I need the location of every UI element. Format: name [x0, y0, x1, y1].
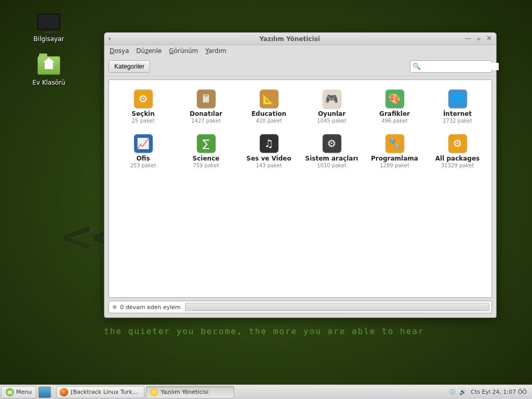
category-icon: ⚙ [134, 89, 153, 108]
category-icon: 🌐 [448, 89, 467, 108]
category-name: Science [176, 155, 236, 162]
category-count: 253 paket [113, 163, 173, 168]
statusbar: ✲ 0 devam eden eylem [109, 301, 492, 313]
category-count: 496 paket [365, 118, 424, 124]
category-name: Programlama [365, 155, 424, 162]
minimize-button[interactable]: — [464, 34, 471, 44]
gear-icon: ✲ [109, 304, 120, 311]
category-count: 2732 paket [428, 118, 487, 124]
titlebar[interactable]: ▾ Yazılım Yöneticisi — ＋ ✕ [104, 33, 496, 45]
volume-icon[interactable]: 🔊 [459, 389, 467, 395]
category-item[interactable]: 🎮Oyunlar1045 paket [302, 89, 362, 124]
info-icon[interactable]: ⓘ [449, 388, 455, 396]
progress-bar [185, 303, 489, 311]
category-item[interactable]: ⚙All packages31329 paket [428, 134, 487, 168]
category-icon: ∑ [197, 134, 216, 153]
software-manager-icon [150, 388, 158, 396]
menu-view[interactable]: Görünüm [169, 47, 198, 55]
category-count: 25 paket [113, 118, 173, 124]
desktop-icon-computer[interactable]: Bilgisayar [26, 10, 72, 43]
category-name: Education [239, 110, 299, 117]
category-item[interactable]: 📐Education420 paket [239, 89, 299, 124]
categories-button[interactable]: Kategoriler [109, 60, 150, 73]
taskbar-item-label: Yazılım Yöneticisi [161, 389, 208, 395]
category-count: 143 paket [239, 163, 299, 168]
category-name: Seçkin [113, 110, 173, 117]
category-count: 1289 paket [365, 163, 424, 168]
software-manager-window: ▾ Yazılım Yöneticisi — ＋ ✕ Dosya Düzenle… [104, 32, 497, 318]
category-name: Grafikler [365, 110, 424, 117]
category-count: 31329 paket [428, 163, 487, 168]
search-box[interactable]: 🔍 [410, 60, 492, 73]
search-icon: 🔍 [413, 62, 421, 70]
category-name: Sistem araçları [302, 155, 362, 162]
clock[interactable]: Cts Eyl 24, 1:07 ÖÖ [471, 389, 527, 395]
status-text: 0 devam eden eylem [120, 304, 184, 311]
category-name: All packages [428, 155, 487, 162]
category-icon: ⚙ [323, 134, 341, 153]
category-name: Oyunlar [302, 110, 362, 117]
toolbar: Kategoriler 🔍 [104, 57, 496, 76]
bottom-panel: m Menu [Backtrack Linux Turk... Yazılım … [0, 384, 532, 399]
category-icon: 📐 [260, 89, 278, 108]
show-desktop-button[interactable] [38, 387, 51, 398]
category-name: İnternet [428, 110, 487, 117]
category-item[interactable]: 📈Ofis253 paket [113, 134, 173, 168]
category-icon: 🔧 [385, 134, 404, 153]
category-name: Ses ve Video [239, 155, 299, 162]
search-input[interactable] [421, 63, 499, 70]
window-title: Yazılım Yöneticisi [115, 35, 464, 43]
category-item[interactable]: 🌐İnternet2732 paket [428, 89, 487, 124]
system-tray: ⓘ 🔊 Cts Eyl 24, 1:07 ÖÖ [444, 388, 532, 396]
category-list: ⚙Seçkin25 paket🖩Donatılar1427 paket📐Educ… [109, 79, 492, 298]
desktop-icon-label: Bilgisayar [26, 35, 72, 43]
menu-edit[interactable]: Düzenle [136, 47, 162, 55]
category-item[interactable]: 🖩Donatılar1427 paket [176, 89, 236, 124]
category-item[interactable]: ∑Science759 paket [176, 134, 236, 168]
menu-help[interactable]: Yardım [205, 47, 226, 55]
taskbar-item-label: [Backtrack Linux Turk... [71, 389, 138, 395]
folder-home-icon [36, 54, 61, 77]
category-count: 1427 paket [176, 118, 236, 124]
taskbar-item-firefox[interactable]: [Backtrack Linux Turk... [56, 386, 144, 398]
menu-file[interactable]: Dosya [110, 47, 129, 55]
category-icon: ⚙ [448, 134, 467, 153]
maximize-button[interactable]: ＋ [475, 34, 482, 44]
category-icon: ♫ [260, 134, 278, 153]
close-button[interactable]: ✕ [486, 34, 492, 44]
category-icon: 📈 [134, 134, 153, 153]
panel-separator [53, 387, 54, 397]
category-name: Donatılar [176, 110, 236, 117]
category-count: 759 paket [176, 163, 236, 168]
monitor-icon [36, 10, 61, 33]
taskbar-item-software-manager[interactable]: Yazılım Yöneticisi [146, 386, 234, 398]
category-item[interactable]: 🎨Grafikler496 paket [365, 89, 424, 124]
category-item[interactable]: ⚙Seçkin25 paket [113, 89, 173, 124]
mint-logo-icon: m [6, 388, 14, 396]
start-menu-button[interactable]: m Menu [1, 386, 36, 398]
wallpaper-text: the quieter you become, the more you are… [104, 326, 424, 336]
category-item[interactable]: ⚙Sistem araçları1010 paket [302, 134, 362, 168]
category-count: 1010 paket [302, 163, 362, 168]
desktop-icon-home[interactable]: Ev Klasörü [26, 54, 72, 86]
firefox-icon [60, 388, 68, 396]
category-name: Ofis [113, 155, 173, 162]
category-count: 1045 paket [302, 118, 362, 124]
category-icon: 🎨 [385, 89, 404, 108]
category-icon: 🖩 [197, 89, 216, 108]
category-count: 420 paket [239, 118, 299, 124]
category-item[interactable]: ♫Ses ve Video143 paket [239, 134, 299, 168]
menubar: Dosya Düzenle Görünüm Yardım [104, 45, 496, 57]
category-item[interactable]: 🔧Programlama1289 paket [365, 134, 424, 168]
system-menu-icon[interactable]: ▾ [104, 36, 115, 42]
start-menu-label: Menu [16, 389, 32, 395]
category-icon: 🎮 [323, 89, 341, 108]
desktop-icon-label: Ev Klasörü [26, 79, 72, 86]
